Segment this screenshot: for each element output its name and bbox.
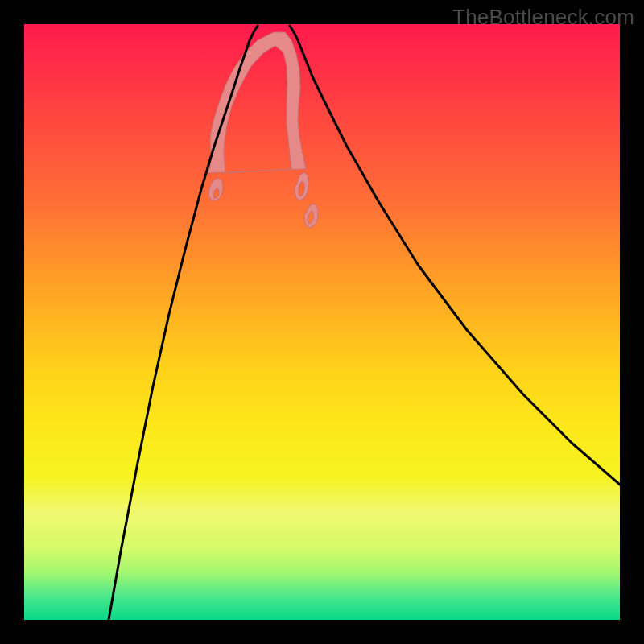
left-small-blob [208, 178, 223, 200]
plot-area [24, 24, 620, 620]
curve-lines [109, 26, 620, 620]
right-upper-blob [304, 204, 318, 228]
right-curve [290, 26, 620, 485]
curve-layer [24, 24, 620, 620]
left-band [208, 32, 306, 173]
chart-frame: TheBottleneck.com [0, 0, 644, 644]
right-lower-blob [295, 172, 309, 200]
data-blobs [208, 32, 318, 228]
left-curve [109, 26, 258, 620]
watermark-text: TheBottleneck.com [452, 5, 634, 30]
